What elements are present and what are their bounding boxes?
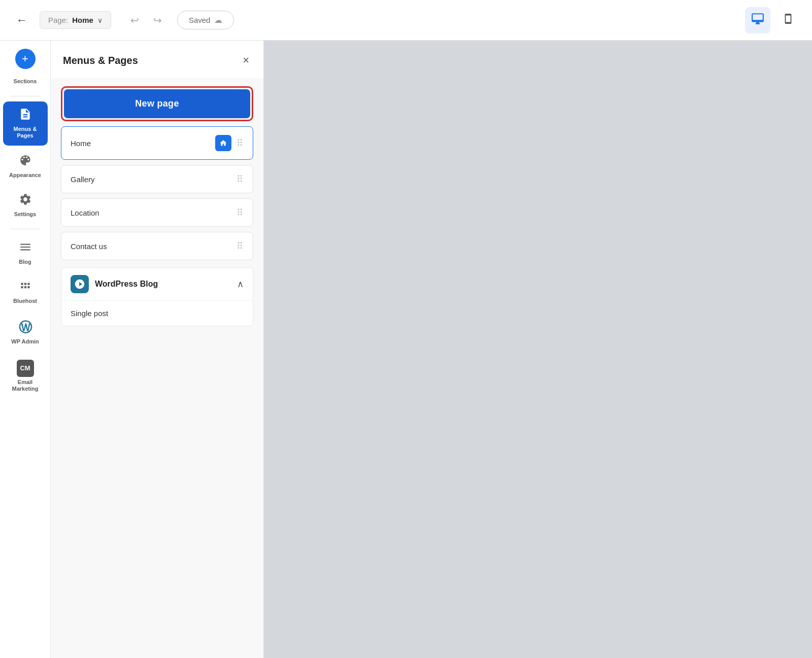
wordpress-blog-left: WordPress Blog	[71, 275, 158, 293]
wordpress-blog-section: WordPress Blog ∧ Single post	[61, 267, 253, 326]
undo-icon: ↩	[130, 14, 139, 26]
bluehost-label: Bluehost	[13, 298, 37, 304]
sidebar-item-bluehost[interactable]: Bluehost	[3, 273, 48, 310]
home-page-actions: ⠿	[215, 135, 244, 151]
panel-close-button[interactable]: ×	[241, 52, 251, 69]
menus-pages-icon	[19, 108, 32, 124]
add-sections-button[interactable]: +	[15, 49, 36, 69]
wordpress-icon	[74, 279, 85, 290]
blog-icon	[19, 240, 32, 257]
email-marketing-icon: CM	[17, 360, 34, 377]
menus-pages-label: Menus & Pages	[8, 126, 43, 139]
sidebar-item-wp-admin[interactable]: Ⓦ WP Admin	[3, 313, 48, 351]
sidebar-item-appearance[interactable]: Appearance	[3, 148, 48, 185]
email-marketing-label: Email Marketing	[8, 379, 43, 392]
blog-label: Blog	[19, 259, 31, 265]
settings-label: Settings	[14, 211, 36, 218]
wordpress-blog-header[interactable]: WordPress Blog ∧	[61, 268, 253, 300]
saved-label: Saved	[189, 16, 211, 24]
wordpress-logo	[71, 275, 89, 293]
page-item-home[interactable]: Home ⠿	[61, 126, 253, 160]
wp-admin-label: WP Admin	[11, 338, 39, 345]
page-item-gallery[interactable]: Gallery ⠿	[61, 165, 253, 193]
location-page-actions: ⠿	[236, 207, 244, 218]
sidebar-divider-2	[10, 229, 41, 229]
view-toggle-group	[745, 7, 800, 33]
back-button[interactable]: ←	[12, 10, 31, 31]
drag-handle-home[interactable]: ⠿	[236, 137, 244, 149]
sidebar-item-settings[interactable]: Settings	[3, 187, 48, 224]
single-post-name: Single post	[71, 309, 108, 318]
page-value: Home	[72, 16, 93, 24]
sidebar-item-menus-pages[interactable]: Menus & Pages	[3, 101, 48, 145]
redo-icon: ↪	[153, 14, 162, 26]
drag-handle-gallery[interactable]: ⠿	[236, 174, 244, 185]
mobile-view-button[interactable]	[776, 7, 800, 33]
topbar: ← Page: Home ∨ ↩ ↪ Saved ☁	[0, 0, 812, 41]
panel-header: Menus & Pages ×	[51, 41, 263, 78]
menus-pages-panel: Menus & Pages × New page Home ⠿	[51, 41, 264, 658]
plus-icon: +	[22, 52, 28, 65]
editor-canvas	[264, 41, 812, 658]
main-layout: + Sections Menus & Pages Appearance	[0, 41, 812, 658]
page-item-location[interactable]: Location ⠿	[61, 198, 253, 227]
mobile-icon	[783, 12, 794, 25]
cloud-icon: ☁	[214, 15, 222, 25]
appearance-icon	[19, 154, 32, 170]
page-label: Page:	[48, 16, 68, 24]
sidebar-item-email-marketing[interactable]: CM Email Marketing	[3, 354, 48, 398]
new-page-button[interactable]: New page	[64, 89, 250, 118]
bluehost-icon	[19, 280, 32, 296]
sections-label: Sections	[14, 78, 37, 85]
desktop-icon	[751, 12, 764, 25]
left-sidebar: + Sections Menus & Pages Appearance	[0, 41, 51, 658]
sidebar-item-sections[interactable]: Sections	[3, 72, 48, 91]
page-item-contact-us[interactable]: Contact us ⠿	[61, 232, 253, 260]
wp-admin-icon: Ⓦ	[19, 319, 32, 336]
page-chevron-icon: ∨	[97, 16, 103, 24]
redo-button[interactable]: ↪	[150, 11, 165, 29]
panel-body: New page Home ⠿ Gallery ⠿	[51, 78, 263, 334]
undo-redo-group: ↩ ↪	[123, 11, 165, 29]
new-page-button-wrapper: New page	[61, 86, 253, 121]
contact-page-actions: ⠿	[236, 240, 244, 252]
back-icon: ←	[16, 14, 27, 26]
sidebar-item-blog[interactable]: Blog	[3, 234, 48, 271]
single-post-item[interactable]: Single post	[61, 300, 253, 326]
wordpress-blog-chevron-icon: ∧	[237, 279, 244, 290]
settings-icon	[19, 193, 32, 209]
drag-handle-contact[interactable]: ⠿	[236, 240, 244, 252]
desktop-view-button[interactable]	[745, 7, 770, 33]
appearance-label: Appearance	[9, 172, 41, 179]
contact-page-name: Contact us	[71, 242, 107, 251]
home-icon	[219, 139, 227, 147]
gallery-page-name: Gallery	[71, 175, 95, 184]
page-selector[interactable]: Page: Home ∨	[40, 11, 111, 29]
undo-button[interactable]: ↩	[127, 11, 142, 29]
panel-title: Menus & Pages	[63, 55, 138, 66]
gallery-page-actions: ⠿	[236, 174, 244, 185]
home-icon-badge	[215, 135, 231, 151]
drag-handle-location[interactable]: ⠿	[236, 207, 244, 218]
location-page-name: Location	[71, 209, 99, 217]
wordpress-blog-title: WordPress Blog	[95, 280, 158, 289]
saved-button[interactable]: Saved ☁	[177, 11, 234, 29]
home-page-name: Home	[71, 139, 91, 148]
sidebar-divider	[10, 96, 41, 96]
